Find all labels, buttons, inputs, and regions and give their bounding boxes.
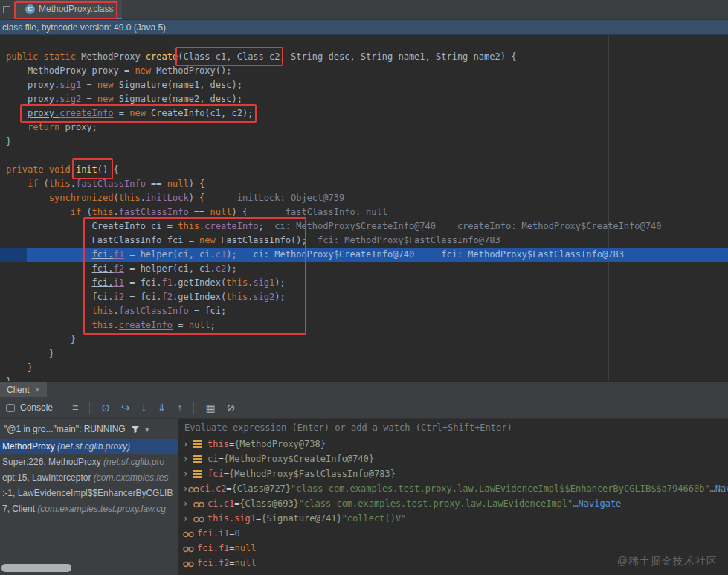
code-line[interactable]: proxy.sig1 = new Signature(name1, desc); [0, 78, 728, 92]
thread-selector[interactable]: "@1 in gro..."main": RUNNING ▾ [0, 419, 178, 439]
code-segment: public static [6, 51, 81, 62]
variable-row[interactable]: ›fci = {MethodProxy$FastClassInfo@783} [178, 466, 728, 481]
code-line[interactable]: proxy.createInfo = new CreateInfo(c1, c2… [0, 106, 728, 121]
ide-window: C MethodProxy.class class file, bytecode… [0, 0, 728, 575]
variable-name: ci.c1 [207, 498, 234, 509]
code-segment: } [6, 362, 33, 373]
code-line[interactable]: fci.i1 = fci.f1.getIndex(this.sig1); [0, 276, 728, 290]
code-line[interactable]: } [0, 347, 728, 361]
code-segment: initLock [146, 193, 189, 203]
code-segment: this [226, 292, 248, 302]
code-segment [6, 306, 92, 316]
code-segment: if [71, 207, 81, 217]
frame-row[interactable]: :-1, LawEvidenceImpl$$EnhancerByCGLIB [0, 486, 178, 501]
code-segment: = [173, 320, 189, 330]
frame-row[interactable]: ept:15, LawInterceptor (com.examples.tes [0, 470, 178, 486]
code-segment: this [92, 207, 114, 217]
code-line[interactable] [0, 149, 728, 163]
variable-value: "class com.examples.test.proxy.law.LawEv… [291, 484, 710, 494]
code-segment [6, 193, 49, 203]
variable-name: fci.f1 [197, 543, 229, 553]
equals-sign: = [224, 469, 229, 479]
frame-row[interactable]: Super:226, MethodProxy (net.sf.cglib.pro [0, 454, 178, 470]
code-line[interactable]: FastClassInfo fci = new FastClassInfo();… [0, 234, 728, 248]
code-segment: null [167, 179, 189, 189]
debug-toolbar: Console ≡⊙↪↓⇓↑▦⊘ [0, 397, 728, 419]
code-line[interactable]: if (this.fastClassInfo == null) { fastCl… [0, 205, 728, 219]
frame-row[interactable]: MethodProxy (net.sf.cglib.proxy) [0, 439, 178, 454]
code-segment: c2 [216, 263, 226, 274]
console-tab-label[interactable]: Console [20, 402, 53, 413]
variable-row[interactable]: ›ci.c1 = {Class@693} "class com.examples… [178, 496, 728, 511]
code-segment: = [81, 80, 97, 90]
variable-value: … [710, 484, 715, 494]
code-segment [6, 292, 92, 302]
code-line[interactable]: private void init() { [0, 163, 728, 177]
step-over-icon[interactable]: ↪ [121, 402, 130, 413]
code-segment [6, 94, 28, 104]
navigate-link[interactable]: Navigate [715, 484, 728, 494]
variable-row[interactable]: fci.f1 = null [178, 541, 728, 556]
code-segment: = [114, 108, 130, 118]
code-segment: new [97, 94, 114, 104]
evaluate-hint: Evaluate expression (Enter) or add a wat… [184, 423, 512, 433]
code-line[interactable]: this.fastClassInfo = fci; [0, 304, 728, 318]
force-step-into-icon[interactable]: ⇓ [158, 402, 167, 413]
mute-breakpoints-icon[interactable]: ⊘ [227, 402, 236, 413]
horizontal-scrollbar-thumb[interactable] [1, 564, 71, 572]
frame-location: MethodProxy [2, 441, 57, 452]
code-segment: sig2 [59, 94, 81, 104]
code-editor[interactable]: public static MethodProxy create(Class c… [0, 35, 728, 381]
code-segment [6, 320, 92, 330]
code-segment: = helper(ci, ci. [124, 263, 216, 274]
code-line[interactable]: MethodProxy proxy = new MethodProxy(); [0, 64, 728, 78]
debug-session-tab[interactable]: Client × [0, 382, 47, 397]
navigate-link[interactable]: Navigate [579, 498, 622, 509]
code-line[interactable]: } [0, 333, 728, 347]
code-line[interactable]: return proxy; [0, 121, 728, 135]
code-line[interactable]: CreateInfo ci = this.createInfo; ci: Met… [0, 219, 728, 234]
variable-row[interactable]: ›this.sig1 = {Signature@741} "collect()V… [178, 511, 728, 526]
variable-row[interactable]: ›ci.c2 = {Class@727} "class com.examples… [178, 481, 728, 496]
frame-row[interactable]: 7, Client (com.examples.test.proxy.law.c… [0, 501, 178, 517]
editor-tab-methodproxy[interactable]: C MethodProxy.class [16, 0, 122, 19]
close-icon[interactable]: × [35, 385, 40, 395]
code-segment: proxy; [59, 122, 97, 132]
expand-chevron-icon[interactable]: › [183, 439, 193, 449]
variable-row[interactable]: ›ci = {MethodProxy$CreateInfo@740} [178, 452, 728, 466]
variable-row[interactable]: ›this = {MethodProxy@738} [178, 437, 728, 452]
variable-row[interactable]: fci.i1 = 0 [178, 526, 728, 541]
execution-line[interactable]: fci.f1 = helper(ci, ci.c1); ci: MethodPr… [0, 248, 728, 262]
view-breakpoints-icon[interactable]: ▦ [205, 402, 215, 413]
code-line[interactable]: } [0, 375, 728, 381]
code-line[interactable]: public static MethodProxy create(Class c… [0, 50, 728, 64]
expand-chevron-icon[interactable]: › [183, 513, 193, 524]
frame-location: ept:15, LawInterceptor [2, 472, 94, 483]
variables-panel: Evaluate expression (Enter) or add a wat… [178, 419, 728, 575]
code-line[interactable]: this.createInfo = null; [0, 318, 728, 333]
show-execution-point-icon[interactable]: ⊙ [101, 402, 110, 413]
expand-chevron-icon[interactable]: › [183, 484, 188, 494]
code-line[interactable]: } [0, 361, 728, 375]
code-segment: proxy. [28, 108, 59, 118]
code-segment: ); [226, 249, 236, 260]
caret-down-icon[interactable]: ▾ [145, 424, 149, 434]
code-segment [6, 263, 92, 274]
code-line[interactable]: if (this.fastClassInfo == null) { [0, 177, 728, 191]
code-segment: f1 [114, 249, 124, 260]
code-line[interactable]: fci.f2 = helper(ci, ci.c2); [0, 262, 728, 276]
code-line[interactable]: } [0, 135, 728, 149]
layout-menu-icon[interactable]: ≡ [72, 402, 78, 413]
java-class-icon: C [25, 4, 35, 14]
code-line[interactable]: fci.i2 = fci.f2.getIndex(this.sig2); [0, 290, 728, 304]
evaluate-expression-input[interactable]: Evaluate expression (Enter) or add a wat… [178, 419, 728, 437]
tab-list-icon[interactable] [3, 6, 10, 13]
code-line[interactable]: synchronized(this.initLock) { initLock: … [0, 191, 728, 205]
expand-chevron-icon[interactable]: › [183, 498, 193, 509]
code-line[interactable]: proxy.sig2 = new Signature(name2, desc); [0, 92, 728, 106]
step-out-icon[interactable]: ↑ [177, 402, 182, 413]
filter-icon[interactable] [131, 425, 140, 434]
expand-chevron-icon[interactable]: › [183, 469, 193, 479]
expand-chevron-icon[interactable]: › [183, 454, 193, 464]
step-into-icon[interactable]: ↓ [141, 402, 146, 413]
